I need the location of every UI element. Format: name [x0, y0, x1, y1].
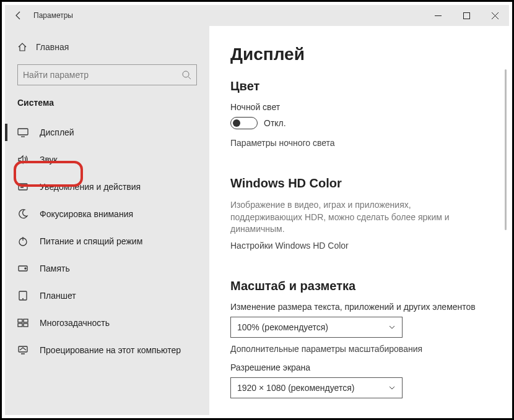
moon-icon — [17, 208, 28, 220]
sidebar-item-label: Планшет — [40, 291, 76, 301]
search-box[interactable] — [17, 64, 197, 85]
scrollbar[interactable] — [505, 69, 507, 230]
sidebar-item-projecting[interactable]: Проецирование на этот компьютер — [5, 336, 209, 364]
notification-icon — [17, 181, 28, 192]
svg-rect-11 — [24, 324, 28, 327]
hd-settings-link[interactable]: Настройки Windows HD Color — [230, 241, 500, 251]
sidebar-item-label: Проецирование на этот компьютер — [40, 345, 181, 355]
svg-rect-0 — [463, 12, 469, 19]
chevron-down-icon — [388, 384, 396, 392]
project-icon — [17, 345, 28, 356]
category-heading: Система — [5, 94, 209, 119]
home-link[interactable]: Главная — [5, 35, 209, 59]
window-title: Параметры — [33, 11, 73, 20]
resolution-label: Разрешение экрана — [230, 362, 500, 372]
page-title: Дисплей — [230, 45, 500, 64]
svg-rect-2 — [18, 129, 28, 135]
sidebar-item-multitask[interactable]: Многозадачность — [5, 309, 209, 336]
advanced-scaling-link[interactable]: Дополнительные параметры масштабирования — [230, 344, 500, 354]
storage-icon — [17, 263, 28, 274]
maximize-button[interactable] — [452, 5, 481, 26]
sidebar-item-label: Многозадачность — [40, 318, 110, 328]
scale-select[interactable]: 100% (рекомендуется) — [230, 317, 403, 338]
sidebar-item-sound[interactable]: Звук — [5, 146, 209, 173]
back-button[interactable] — [10, 7, 27, 24]
svg-rect-3 — [19, 184, 27, 190]
svg-rect-9 — [24, 319, 28, 322]
home-label: Главная — [36, 42, 69, 52]
section-scale-heading: Масштаб и разметка — [230, 279, 500, 293]
svg-rect-10 — [18, 324, 22, 327]
sidebar-item-storage[interactable]: Память — [5, 255, 209, 282]
speaker-icon — [17, 154, 28, 165]
svg-point-1 — [183, 71, 189, 77]
sidebar-item-label: Память — [40, 264, 70, 273]
titlebar: Параметры — [5, 5, 509, 26]
sidebar-item-power[interactable]: Питание и спящий режим — [5, 228, 209, 255]
resolution-select[interactable]: 1920 × 1080 (рекомендуется) — [230, 377, 403, 398]
sidebar-item-display[interactable]: Дисплей — [5, 119, 209, 146]
home-icon — [17, 42, 27, 52]
close-button[interactable] — [481, 5, 509, 26]
scale-value: 100% (рекомендуется) — [237, 322, 328, 332]
sidebar: Главная Система Дисплей Звук Уведомле — [5, 26, 209, 415]
minimize-button[interactable] — [424, 5, 452, 26]
sidebar-item-label: Дисплей — [40, 127, 74, 137]
sidebar-item-label: Уведомления и действия — [40, 182, 141, 192]
toggle-state: Откл. — [264, 118, 286, 128]
sidebar-item-notifications[interactable]: Уведомления и действия — [5, 173, 209, 200]
resolution-value: 1920 × 1080 (рекомендуется) — [237, 383, 354, 393]
night-light-settings-link[interactable]: Параметры ночного света — [230, 138, 500, 148]
display-icon — [17, 127, 28, 138]
sidebar-item-label: Питание и спящий режим — [40, 236, 142, 246]
night-light-label: Ночной свет — [230, 102, 500, 112]
scale-label: Изменение размера текста, приложений и д… — [230, 302, 500, 312]
search-input[interactable] — [23, 70, 181, 80]
sidebar-item-label: Звук — [40, 155, 58, 165]
multitask-icon — [17, 317, 28, 328]
section-color-heading: Цвет — [230, 79, 500, 93]
hd-description: Изображение в видео, играх и приложениях… — [230, 199, 484, 236]
power-icon — [17, 236, 28, 247]
sidebar-item-focus[interactable]: Фокусировка внимания — [5, 200, 209, 228]
sidebar-item-tablet[interactable]: Планшет — [5, 282, 209, 309]
night-light-toggle[interactable]: Откл. — [230, 117, 500, 129]
main-content: Дисплей Цвет Ночной свет Откл. Параметры… — [209, 26, 509, 415]
toggle-switch[interactable] — [230, 117, 258, 129]
chevron-down-icon — [388, 324, 396, 331]
tablet-icon — [17, 290, 28, 301]
svg-rect-8 — [18, 319, 22, 322]
svg-point-6 — [25, 268, 26, 269]
section-hd-heading: Windows HD Color — [230, 176, 500, 191]
search-icon — [181, 70, 191, 80]
sidebar-item-label: Фокусировка внимания — [40, 209, 133, 219]
